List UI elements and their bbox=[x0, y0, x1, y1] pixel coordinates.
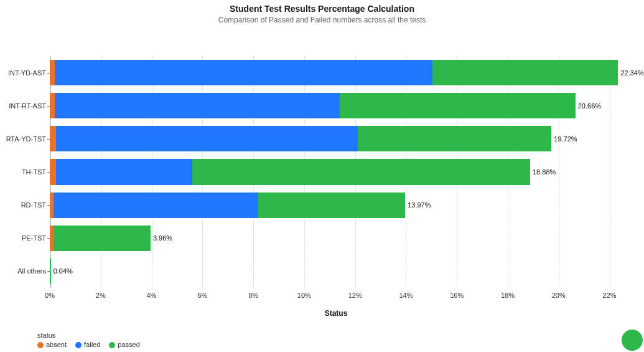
bar-segment-failed[interactable] bbox=[55, 60, 432, 85]
bar-segment-absent[interactable] bbox=[50, 60, 55, 85]
bar-segment-passed[interactable] bbox=[340, 93, 576, 118]
bar-total-label: 19.72% bbox=[554, 135, 577, 143]
y-tick-label: TH-TST bbox=[22, 168, 50, 176]
legend-item[interactable]: passed bbox=[109, 341, 139, 348]
x-tick-label: 22% bbox=[603, 292, 617, 299]
legend-title: status bbox=[37, 331, 140, 339]
bar-total-label: 3.96% bbox=[153, 234, 172, 242]
bar-row: All others0.04% bbox=[50, 255, 622, 288]
chart-title: Student Test Results Percentage Calculat… bbox=[0, 4, 644, 14]
bar-row: TH-TST18.88% bbox=[50, 155, 622, 188]
bar-segment-failed[interactable] bbox=[56, 126, 358, 151]
bar-row: PE-TST3.96% bbox=[50, 222, 622, 255]
bar-segment-absent[interactable] bbox=[50, 126, 56, 151]
bar-segment-passed[interactable] bbox=[258, 193, 405, 218]
bar-row: INT-RT-AST20.66% bbox=[50, 89, 622, 122]
bar-segment-failed[interactable] bbox=[56, 159, 192, 184]
legend-swatch bbox=[75, 342, 82, 348]
bar-segment-passed[interactable] bbox=[54, 226, 151, 251]
x-tick-label: 2% bbox=[96, 292, 106, 299]
legend-label: absent bbox=[46, 341, 67, 348]
stacked-bar bbox=[50, 93, 576, 118]
y-tick-label: INT-YD-AST bbox=[8, 69, 50, 77]
legend-swatch bbox=[109, 342, 115, 348]
bar-segment-absent[interactable] bbox=[50, 93, 55, 118]
bar-segment-passed[interactable] bbox=[192, 159, 530, 184]
x-tick-label: 10% bbox=[297, 292, 311, 299]
stacked-bar bbox=[50, 126, 551, 151]
chart-plot: Test Type Status 0%2%4%6%8%10%12%14%16%1… bbox=[50, 56, 622, 302]
x-tick-label: 4% bbox=[147, 292, 157, 299]
x-tick-label: 20% bbox=[552, 292, 566, 299]
bar-total-label: 0.04% bbox=[54, 267, 73, 275]
x-tick-label: 6% bbox=[197, 292, 207, 299]
x-tick-label: 14% bbox=[399, 292, 413, 299]
bar-row: INT-YD-AST22.34% bbox=[50, 56, 622, 89]
x-tick-label: 0% bbox=[45, 292, 55, 299]
x-tick-label: 18% bbox=[501, 292, 515, 299]
bar-total-label: 20.66% bbox=[578, 102, 601, 110]
bar-segment-passed[interactable] bbox=[358, 126, 552, 151]
help-fab[interactable] bbox=[622, 330, 643, 351]
legend-label: passed bbox=[118, 341, 139, 348]
legend-item[interactable]: failed bbox=[75, 341, 100, 348]
y-tick-label: RD-TST bbox=[21, 201, 50, 209]
bar-segment-passed[interactable] bbox=[432, 60, 618, 85]
y-tick-label: RTA-YD-TST bbox=[6, 135, 50, 143]
legend-label: failed bbox=[84, 341, 100, 348]
bar-total-label: 18.88% bbox=[533, 168, 556, 176]
legend: status absentfailedpassed bbox=[37, 331, 140, 348]
bar-segment-failed[interactable] bbox=[55, 93, 340, 118]
x-tick-label: 16% bbox=[450, 292, 464, 299]
legend-swatch bbox=[37, 342, 44, 348]
stacked-bar bbox=[50, 226, 151, 251]
y-tick-label: All others bbox=[17, 267, 50, 275]
stacked-bar bbox=[50, 193, 405, 218]
bar-row: RD-TST13.97% bbox=[50, 189, 622, 222]
bar-total-label: 22.34% bbox=[620, 69, 643, 77]
stacked-bar bbox=[50, 259, 51, 284]
bar-segment-failed[interactable] bbox=[54, 193, 258, 218]
chart-subtitle: Comparison of Passed and Failed numbers … bbox=[0, 16, 644, 24]
x-tick-label: 12% bbox=[348, 292, 362, 299]
bar-segment-passed[interactable] bbox=[50, 259, 51, 284]
bar-row: RTA-YD-TST19.72% bbox=[50, 122, 622, 155]
stacked-bar bbox=[50, 60, 618, 85]
y-tick-label: PE-TST bbox=[22, 234, 50, 242]
stacked-bar bbox=[50, 159, 530, 184]
x-axis-title: Status bbox=[325, 309, 348, 318]
bar-total-label: 13.97% bbox=[408, 201, 431, 209]
bar-segment-absent[interactable] bbox=[50, 159, 56, 184]
legend-item[interactable]: absent bbox=[37, 341, 67, 348]
y-tick-label: INT-RT-AST bbox=[9, 102, 50, 110]
x-tick-label: 8% bbox=[248, 292, 258, 299]
